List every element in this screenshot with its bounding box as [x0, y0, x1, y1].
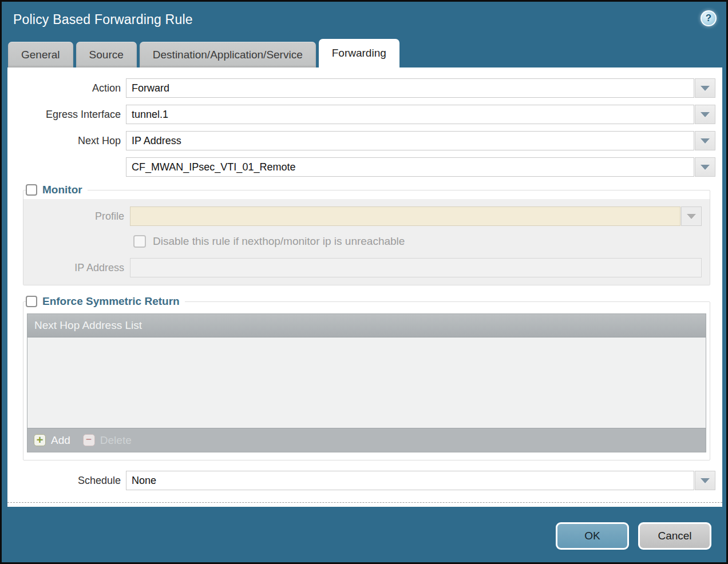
profile-label: Profile [23, 206, 124, 226]
chevron-down-icon [701, 86, 710, 91]
next-hop-row: Next Hop [7, 131, 715, 150]
next-hop-type-dropdown-button[interactable] [695, 131, 715, 150]
action-row: Action [7, 78, 715, 98]
next-hop-address-list-body [27, 337, 706, 428]
dialog-footer-buttons: OK Cancel [556, 522, 711, 550]
disable-rule-label: Disable this rule if nexthop/monitor ip … [153, 235, 405, 248]
monitor-body: Profile Disable this rule if nexthop/mon… [23, 199, 710, 285]
dialog-titlebar: Policy Based Forwarding Rule [2, 2, 726, 39]
monitor-fieldset: Monitor Profile Disable this rule if nex… [23, 184, 710, 285]
add-button[interactable]: Add [34, 434, 70, 447]
enforce-symmetric-return-checkbox[interactable] [26, 296, 37, 307]
ok-button[interactable]: OK [556, 522, 629, 550]
next-hop-address-row [7, 157, 715, 177]
schedule-input[interactable] [126, 471, 694, 490]
next-hop-address-dropdown-button[interactable] [695, 157, 715, 177]
next-hop-address-list-table: Next Hop Address List Add Delete [27, 313, 706, 452]
tab-bar: General Source Destination/Application/S… [2, 39, 726, 67]
egress-interface-dropdown-button[interactable] [695, 105, 715, 124]
disable-rule-row: Disable this rule if nexthop/monitor ip … [133, 235, 702, 248]
tab-forwarding[interactable]: Forwarding [319, 39, 399, 67]
tab-destination-application-service[interactable]: Destination/Application/Service [140, 42, 316, 67]
plus-icon [34, 434, 46, 446]
next-hop-address-list-header: Next Hop Address List [27, 314, 706, 337]
monitor-legend-label: Monitor [42, 184, 82, 196]
forwarding-tab-panel: Action Egress Interface Next Hop [7, 67, 722, 507]
chevron-down-icon [701, 112, 710, 117]
tab-source[interactable]: Source [76, 42, 137, 67]
action-input[interactable] [126, 78, 694, 98]
add-button-label: Add [51, 434, 70, 447]
chevron-down-icon [701, 138, 710, 144]
delete-button: Delete [83, 434, 132, 447]
policy-based-forwarding-dialog: Policy Based Forwarding Rule General Sou… [0, 0, 728, 564]
action-dropdown-button[interactable] [695, 78, 715, 98]
profile-input [130, 206, 680, 226]
monitor-checkbox[interactable] [26, 184, 37, 196]
delete-button-label: Delete [100, 434, 132, 447]
egress-interface-row: Egress Interface [7, 105, 715, 124]
monitor-legend: Monitor [26, 184, 88, 196]
chevron-down-icon [687, 214, 696, 219]
schedule-dropdown-button[interactable] [695, 471, 715, 490]
form-bottom-separator [7, 502, 722, 503]
chevron-down-icon [701, 165, 710, 170]
egress-interface-label: Egress Interface [7, 105, 121, 124]
profile-dropdown-button [681, 206, 702, 226]
next-hop-address-input[interactable] [126, 157, 694, 177]
disable-rule-checkbox [133, 235, 146, 248]
egress-interface-input[interactable] [126, 105, 694, 124]
monitor-ip-address-input [130, 258, 702, 277]
cancel-button[interactable]: Cancel [638, 522, 711, 550]
minus-icon [83, 434, 95, 446]
tab-general[interactable]: General [8, 42, 73, 67]
monitor-ip-address-row: IP Address [23, 258, 702, 277]
next-hop-address-list-toolbar: Add Delete [27, 428, 706, 452]
chevron-down-icon [701, 478, 710, 483]
action-label: Action [7, 78, 121, 98]
dialog-title: Policy Based Forwarding Rule [13, 12, 193, 27]
enforce-symmetric-return-fieldset: Enforce Symmetric Return Next Hop Addres… [23, 295, 710, 460]
schedule-label: Schedule [7, 471, 121, 490]
schedule-row: Schedule [7, 471, 715, 490]
next-hop-label: Next Hop [7, 131, 121, 150]
profile-row: Profile [23, 206, 702, 226]
enforce-symmetric-return-legend-label: Enforce Symmetric Return [42, 295, 180, 308]
help-icon[interactable] [701, 10, 717, 26]
next-hop-type-input[interactable] [126, 131, 694, 150]
enforce-symmetric-return-legend: Enforce Symmetric Return [26, 295, 185, 308]
monitor-ip-address-label: IP Address [23, 258, 124, 277]
